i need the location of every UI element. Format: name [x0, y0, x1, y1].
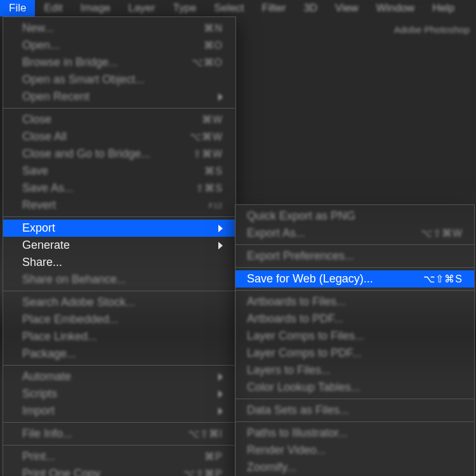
menu-separator: [235, 421, 474, 422]
menu-label: Share on Behance...: [22, 273, 126, 286]
menu-label: Browse in Bridge...: [22, 56, 118, 69]
menu-scripts[interactable]: Scripts: [3, 385, 235, 402]
menu-label: Paths to Illustrator...: [247, 426, 348, 440]
menu-separator: [3, 291, 235, 291]
menu-separator: [3, 445, 235, 446]
menubar-filter[interactable]: Filter: [253, 0, 295, 17]
menu-save[interactable]: Save ⌘S: [3, 162, 235, 180]
chevron-right-icon: [218, 225, 223, 232]
submenu-render-video[interactable]: Render Video...: [235, 442, 474, 459]
menu-share-behance[interactable]: Share on Behance...: [3, 271, 235, 288]
menu-separator: [235, 244, 474, 245]
menu-separator: [3, 108, 235, 109]
menubar-file[interactable]: File: [0, 0, 35, 17]
menu-label: Data Sets as Files...: [247, 404, 349, 417]
menu-export[interactable]: Export: [3, 220, 235, 237]
menubar-help[interactable]: Help: [423, 0, 463, 17]
submenu-artboards-files[interactable]: Artboards to Files...: [235, 293, 474, 310]
menu-shortcut: ⌘N: [204, 22, 223, 34]
submenu-layer-comps-pdf[interactable]: Layer Comps to PDF...: [235, 345, 474, 362]
menu-label: Layer Comps to Files...: [247, 329, 364, 343]
submenu-paths-illustrator[interactable]: Paths to Illustrator...: [235, 425, 474, 442]
menubar: File Edit Image Layer Type Select Filter…: [0, 0, 476, 17]
menu-label: Quick Export as PNG: [247, 209, 355, 223]
menu-save-as[interactable]: Save As... ⇧⌘S: [3, 180, 235, 197]
menu-place-embedded[interactable]: Place Embedded...: [3, 311, 235, 328]
chevron-right-icon: [218, 373, 223, 381]
submenu-save-for-web[interactable]: Save for Web (Legacy)... ⌥⇧⌘S: [235, 270, 474, 288]
submenu-artboards-pdf[interactable]: Artboards to PDF...: [235, 310, 474, 327]
menu-label: Artboards to Files...: [247, 295, 346, 308]
menu-print[interactable]: Print... ⌘P: [3, 448, 235, 465]
menu-label: Close and Go to Bridge...: [22, 147, 150, 161]
menu-label: Color Lookup Tables...: [247, 381, 360, 394]
menu-label: File Info...: [22, 427, 72, 440]
menu-close[interactable]: Close ⌘W: [3, 111, 235, 128]
menu-print-one[interactable]: Print One Copy ⌥⇧⌘P: [3, 465, 235, 476]
submenu-data-sets[interactable]: Data Sets as Files...: [235, 402, 474, 419]
menu-open-smart[interactable]: Open as Smart Object...: [3, 71, 235, 88]
menu-label: Place Embedded...: [22, 313, 119, 326]
submenu-color-lookup[interactable]: Color Lookup Tables...: [235, 379, 474, 396]
menu-revert[interactable]: Revert F12: [3, 197, 235, 214]
menu-separator: [3, 216, 235, 217]
menu-label: New...: [22, 22, 54, 35]
menu-generate[interactable]: Generate: [3, 237, 235, 254]
menu-share[interactable]: Share...: [3, 254, 235, 271]
submenu-export-prefs[interactable]: Export Preferences...: [235, 248, 474, 265]
menubar-layer[interactable]: Layer: [119, 0, 164, 17]
menu-label: Print...: [22, 450, 55, 463]
menu-shortcut: F12: [209, 202, 223, 209]
menu-import[interactable]: Import: [3, 402, 235, 420]
menu-label: Save for Web (Legacy)...: [247, 272, 373, 286]
submenu-layers-files[interactable]: Layers to Files...: [235, 362, 474, 379]
menu-file-info[interactable]: File Info... ⌥⇧⌘I: [3, 425, 235, 442]
menu-place-linked[interactable]: Place Linked...: [3, 328, 235, 345]
menu-label: Open Recent: [22, 90, 89, 103]
menu-label: Save As...: [22, 182, 74, 195]
menu-label: Artboards to PDF...: [247, 312, 343, 326]
submenu-quick-export[interactable]: Quick Export as PNG: [235, 208, 474, 225]
menu-label: Export: [22, 221, 55, 235]
menubar-edit[interactable]: Edit: [35, 0, 71, 17]
submenu-export-as[interactable]: Export As... ⌥⇧⌘W: [235, 225, 474, 242]
menu-label: Close All: [22, 130, 67, 143]
menu-shortcut: ⌘W: [202, 114, 223, 126]
menu-label: Package...: [22, 347, 76, 360]
menubar-3d[interactable]: 3D: [294, 0, 326, 17]
submenu-layer-comps-files[interactable]: Layer Comps to Files...: [235, 327, 474, 345]
menu-close-all[interactable]: Close All ⌥⌘W: [3, 128, 235, 145]
menu-close-bridge[interactable]: Close and Go to Bridge... ⇧⌘W: [3, 145, 235, 162]
menu-label: Layer Comps to PDF...: [247, 347, 362, 360]
menu-browse-bridge[interactable]: Browse in Bridge... ⌥⌘O: [3, 54, 235, 71]
menu-separator: [3, 365, 235, 366]
menu-search-stock[interactable]: Search Adobe Stock...: [3, 294, 235, 311]
menu-label: Share...: [22, 256, 62, 269]
menu-label: Revert: [22, 199, 56, 212]
menu-label: Generate: [22, 239, 70, 252]
menu-package[interactable]: Package...: [3, 345, 235, 362]
menu-new[interactable]: New... ⌘N: [3, 20, 235, 37]
menubar-image[interactable]: Image: [72, 0, 119, 17]
menu-open-recent[interactable]: Open Recent: [3, 88, 235, 105]
menu-shortcut: ⌥⌘W: [190, 131, 223, 143]
menu-separator: [3, 422, 235, 423]
menu-label: Layers to Files...: [247, 364, 331, 377]
menubar-window[interactable]: Window: [367, 0, 423, 17]
menu-label: Place Linked...: [22, 330, 97, 343]
menu-shortcut: ⌘S: [204, 165, 223, 177]
menu-shortcut: ⌥⌘O: [192, 56, 223, 69]
menu-label: Print One Copy: [22, 467, 100, 476]
menubar-type[interactable]: Type: [164, 0, 205, 17]
menu-label: Open as Smart Object...: [22, 73, 145, 86]
menu-shortcut: ⇧⌘W: [193, 148, 223, 160]
menu-automate[interactable]: Automate: [3, 368, 235, 385]
menu-separator: [235, 290, 474, 291]
submenu-zoomify[interactable]: Zoomify...: [235, 459, 474, 476]
menu-open[interactable]: Open... ⌘O: [3, 37, 235, 54]
menubar-view[interactable]: View: [326, 0, 367, 17]
menu-shortcut: ⌥⇧⌘W: [421, 227, 463, 239]
chevron-right-icon: [218, 390, 223, 398]
chevron-right-icon: [218, 242, 223, 249]
menubar-select[interactable]: Select: [205, 0, 253, 17]
